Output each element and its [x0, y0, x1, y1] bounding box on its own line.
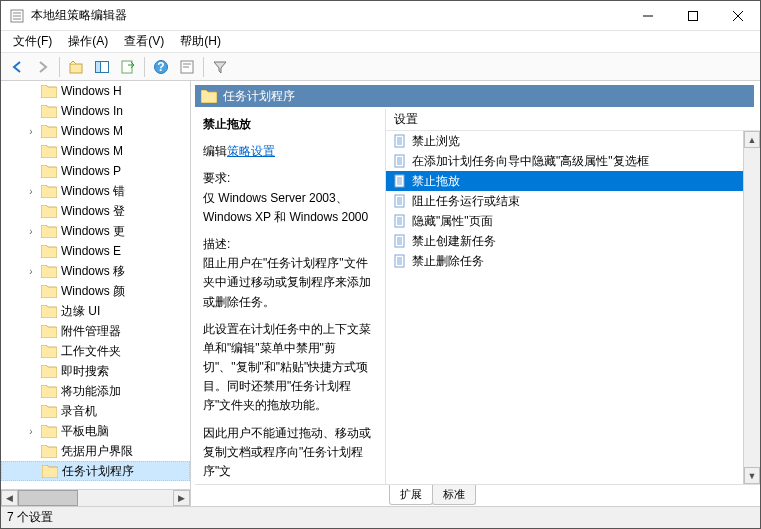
expand-icon[interactable]: ›: [26, 226, 36, 237]
tree-node-label: Windows 登: [61, 203, 125, 220]
list-item[interactable]: 禁止拖放: [386, 171, 760, 191]
tree-view[interactable]: Windows HWindows In›Windows MWindows MWi…: [1, 81, 190, 489]
close-button[interactable]: [715, 1, 760, 30]
tree-node[interactable]: 任务计划程序: [1, 461, 190, 481]
settings-list[interactable]: 禁止浏览在添加计划任务向导中隐藏"高级属性"复选框禁止拖放阻止任务运行或结束隐藏…: [386, 131, 760, 484]
tab-standard[interactable]: 标准: [432, 485, 476, 505]
tree-node[interactable]: 附件管理器: [1, 321, 190, 341]
minimize-button[interactable]: [625, 1, 670, 30]
expand-icon[interactable]: ›: [26, 126, 36, 137]
pane-title: 任务计划程序: [223, 88, 295, 105]
tab-strip: 扩展 标准: [195, 484, 760, 506]
tree-node-label: 平板电脑: [61, 423, 109, 440]
svg-text:?: ?: [157, 60, 164, 74]
tree-node-label: Windows P: [61, 164, 121, 178]
tree-node[interactable]: Windows 颜: [1, 281, 190, 301]
tree-node[interactable]: Windows In: [1, 101, 190, 121]
list-item-label: 阻止任务运行或结束: [412, 193, 520, 210]
tree-node[interactable]: ›Windows 更: [1, 221, 190, 241]
tree-node[interactable]: ›平板电脑: [1, 421, 190, 441]
forward-button[interactable]: [31, 55, 55, 79]
tree-node[interactable]: 将功能添加: [1, 381, 190, 401]
tree-node[interactable]: ›Windows M: [1, 121, 190, 141]
list-item[interactable]: 禁止创建新任务: [386, 231, 760, 251]
filter-button[interactable]: [208, 55, 232, 79]
tree-node[interactable]: ›Windows 错: [1, 181, 190, 201]
svg-rect-27: [395, 175, 404, 187]
tree-node[interactable]: Windows 登: [1, 201, 190, 221]
policy-icon: [392, 213, 408, 229]
list-vscrollbar[interactable]: ▲ ▼: [743, 131, 760, 484]
expand-icon[interactable]: ›: [26, 186, 36, 197]
status-text: 7 个设置: [7, 509, 53, 526]
scroll-thumb[interactable]: [18, 490, 78, 506]
title-bar: 本地组策略编辑器: [1, 1, 760, 31]
menu-view[interactable]: 查看(V): [116, 31, 172, 52]
tree-node[interactable]: 边缘 UI: [1, 301, 190, 321]
tree-node-label: 录音机: [61, 403, 97, 420]
expand-icon[interactable]: ›: [26, 426, 36, 437]
tree-node[interactable]: 即时搜索: [1, 361, 190, 381]
help-button[interactable]: ?: [149, 55, 173, 79]
menu-action[interactable]: 操作(A): [60, 31, 116, 52]
tree-node-label: Windows 颜: [61, 283, 125, 300]
menu-file[interactable]: 文件(F): [5, 31, 60, 52]
tree-node-label: Windows M: [61, 124, 123, 138]
list-item[interactable]: 禁止浏览: [386, 131, 760, 151]
list-item[interactable]: 在添加计划任务向导中隐藏"高级属性"复选框: [386, 151, 760, 171]
tree-node[interactable]: Windows P: [1, 161, 190, 181]
edit-policy-link[interactable]: 策略设置: [227, 144, 275, 158]
back-button[interactable]: [5, 55, 29, 79]
tree-node[interactable]: Windows E: [1, 241, 190, 261]
list-item-label: 禁止创建新任务: [412, 233, 496, 250]
svg-rect-11: [122, 61, 132, 73]
maximize-button[interactable]: [670, 1, 715, 30]
list-column-header[interactable]: 设置: [386, 109, 760, 131]
tree-node[interactable]: ›Windows 移: [1, 261, 190, 281]
desc-p2: 此设置在计划任务中的上下文菜单和"编辑"菜单中禁用"剪切"、"复制"和"粘贴"快…: [203, 320, 377, 416]
tree-node[interactable]: Windows H: [1, 81, 190, 101]
tree-node-label: Windows M: [61, 144, 123, 158]
svg-rect-37: [395, 215, 404, 227]
list-item[interactable]: 阻止任务运行或结束: [386, 191, 760, 211]
pane-header: 任务计划程序: [195, 85, 754, 107]
expand-icon[interactable]: ›: [26, 266, 36, 277]
policy-icon: [392, 133, 408, 149]
folder-icon: [201, 90, 217, 103]
tree-node[interactable]: Windows M: [1, 141, 190, 161]
policy-icon: [392, 173, 408, 189]
list-item[interactable]: 隐藏"属性"页面: [386, 211, 760, 231]
policy-icon: [392, 253, 408, 269]
tree-node[interactable]: 工作文件夹: [1, 341, 190, 361]
svg-rect-32: [395, 195, 404, 207]
scroll-left-arrow[interactable]: ◀: [1, 490, 18, 506]
export-button[interactable]: [116, 55, 140, 79]
desc-req-label: 要求:: [203, 171, 230, 185]
scroll-up-arrow[interactable]: ▲: [744, 131, 760, 148]
menu-help[interactable]: 帮助(H): [172, 31, 229, 52]
window-title: 本地组策略编辑器: [31, 7, 625, 24]
toolbar-separator: [59, 57, 60, 77]
tree-node-label: Windows E: [61, 244, 121, 258]
tree-node[interactable]: 凭据用户界限: [1, 441, 190, 461]
up-button[interactable]: [64, 55, 88, 79]
tree-hscrollbar[interactable]: ◀ ▶: [1, 489, 190, 506]
tree-node-label: Windows 移: [61, 263, 125, 280]
tree-node[interactable]: 录音机: [1, 401, 190, 421]
scroll-down-arrow[interactable]: ▼: [744, 467, 760, 484]
tab-extended[interactable]: 扩展: [389, 485, 433, 505]
tree-node-label: Windows 错: [61, 183, 125, 200]
show-hide-tree-button[interactable]: [90, 55, 114, 79]
properties-button[interactable]: [175, 55, 199, 79]
description-pane: 禁止拖放 编辑策略设置 要求:仅 Windows Server 2003、Win…: [195, 109, 385, 484]
svg-rect-5: [688, 11, 697, 20]
list-item-label: 在添加计划任务向导中隐藏"高级属性"复选框: [412, 153, 649, 170]
app-icon: [9, 8, 25, 24]
tree-node-label: 将功能添加: [61, 383, 121, 400]
list-item[interactable]: 禁止删除任务: [386, 251, 760, 271]
scroll-right-arrow[interactable]: ▶: [173, 490, 190, 506]
svg-rect-22: [395, 155, 404, 167]
svg-rect-8: [70, 64, 82, 73]
svg-rect-10: [96, 61, 101, 72]
tree-node-label: 边缘 UI: [61, 303, 100, 320]
